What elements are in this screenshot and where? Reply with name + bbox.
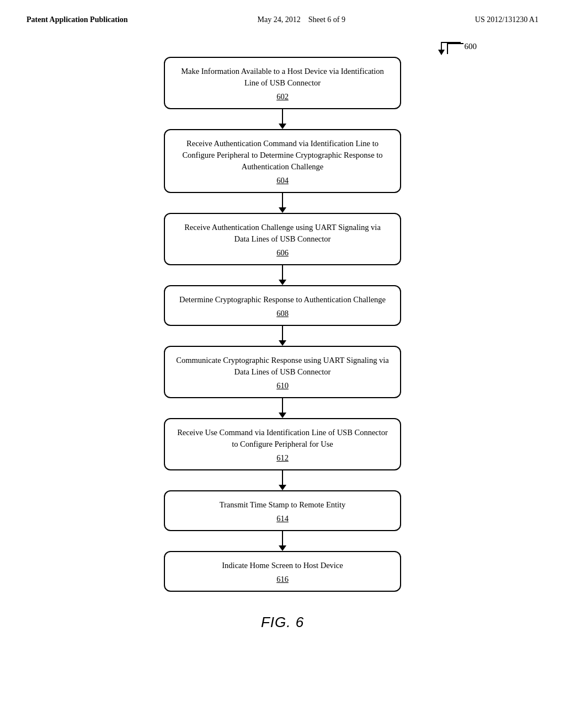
arrow-head-2 xyxy=(279,207,286,213)
box-606-text: Receive Authentication Challenge using U… xyxy=(176,222,389,245)
arrow-head-1 xyxy=(279,124,286,129)
flow-box-614: Transmit Time Stamp to Remote Entity 614 xyxy=(164,490,401,531)
box-610-number: 610 xyxy=(276,380,289,392)
box-614-number: 614 xyxy=(276,513,289,524)
figure-number-label: 600 xyxy=(465,42,477,51)
arrow-line-4 xyxy=(282,326,283,340)
arrow-7 xyxy=(279,531,286,551)
flow-box-616: Indicate Home Screen to Host Device 616 xyxy=(164,551,401,592)
arrow-head-7 xyxy=(279,545,286,551)
arrow-head-4 xyxy=(279,340,286,346)
flow-box-610: Communicate Cryptographic Response using… xyxy=(164,346,401,398)
arrow-line-6 xyxy=(282,470,283,485)
arrow-head-3 xyxy=(279,280,286,285)
box-614-text: Transmit Time Stamp to Remote Entity xyxy=(176,499,389,511)
arrow-line-1 xyxy=(282,109,283,124)
flow-container: Make Information Available to a Host Dev… xyxy=(150,57,415,592)
arrow-head-6 xyxy=(279,485,286,490)
box-608-number: 608 xyxy=(276,308,289,319)
flow-box-606: Receive Authentication Challenge using U… xyxy=(164,213,401,265)
box-604-text: Receive Authentication Command via Ident… xyxy=(176,138,389,173)
box-608-text: Determine Cryptographic Response to Auth… xyxy=(176,294,389,306)
box-602-text: Make Information Available to a Host Dev… xyxy=(176,66,389,89)
arrow-3 xyxy=(279,265,286,285)
diagram-area: 600 Make Information Available to a Host… xyxy=(0,31,565,642)
arrow-5 xyxy=(279,398,286,418)
arrow-6 xyxy=(279,470,286,490)
arrow-1 xyxy=(279,109,286,129)
box-612-text: Receive Use Command via Identification L… xyxy=(176,427,389,450)
figure-caption: FIG. 6 xyxy=(261,614,304,631)
page-header: Patent Application Publication May 24, 2… xyxy=(0,0,565,31)
arrow-line-2 xyxy=(282,193,283,207)
arrow-line-3 xyxy=(282,265,283,280)
box-610-text: Communicate Cryptographic Response using… xyxy=(176,355,389,378)
arrow-4 xyxy=(279,326,286,346)
arrow-line-5 xyxy=(282,398,283,413)
box-604-number: 604 xyxy=(276,175,289,186)
box-616-number: 616 xyxy=(276,574,289,585)
figure-label-area: 600 xyxy=(0,42,565,51)
figure-arrow xyxy=(430,40,463,56)
arrow-line-7 xyxy=(282,531,283,545)
header-right: US 2012/131230 A1 xyxy=(475,15,539,24)
flow-box-612: Receive Use Command via Identification L… xyxy=(164,418,401,470)
box-612-number: 612 xyxy=(276,452,289,464)
box-616-text: Indicate Home Screen to Host Device xyxy=(176,560,389,571)
box-606-number: 606 xyxy=(276,247,289,259)
arrow-2 xyxy=(279,193,286,213)
header-center: May 24, 2012 Sheet 6 of 9 xyxy=(258,15,345,24)
flow-box-602: Make Information Available to a Host Dev… xyxy=(164,57,401,109)
header-left: Patent Application Publication xyxy=(26,15,128,24)
box-602-number: 602 xyxy=(276,91,289,103)
flow-box-604: Receive Authentication Command via Ident… xyxy=(164,129,401,193)
svg-marker-0 xyxy=(438,50,445,55)
arrow-head-5 xyxy=(279,413,286,418)
flow-box-608: Determine Cryptographic Response to Auth… xyxy=(164,285,401,326)
